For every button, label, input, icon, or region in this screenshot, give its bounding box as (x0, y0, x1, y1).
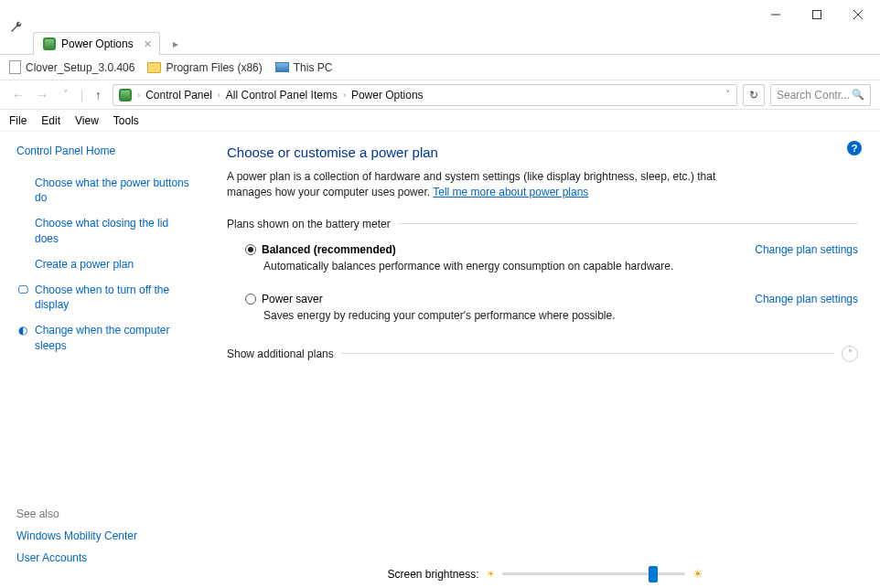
chevron-right-icon[interactable]: › (137, 91, 140, 100)
close-button[interactable] (837, 2, 878, 27)
learn-more-link[interactable]: Tell me more about power plans (433, 186, 588, 198)
power-icon (119, 89, 132, 102)
radio-balanced[interactable] (245, 244, 256, 255)
chevron-down-icon[interactable]: ˅ (725, 89, 731, 101)
new-tab-button[interactable]: ▸ (167, 34, 184, 54)
brightness-label: Screen brightness: (387, 568, 478, 581)
page-title: Choose or customise a power plan (227, 144, 858, 160)
menu-bar: File Edit View Tools (0, 110, 880, 132)
maximize-button[interactable] (796, 2, 837, 27)
search-icon: 🔍 (852, 89, 864, 101)
sun-high-icon: ☀ (692, 567, 703, 581)
forward-button[interactable]: → (33, 88, 51, 102)
sidebar: Control Panel Home Choose what the power… (0, 132, 201, 588)
tab-close-icon[interactable]: ✕ (144, 38, 152, 50)
folder-icon (147, 62, 161, 73)
sidebar-link[interactable]: ◐ Change when the computer sleeps (16, 323, 190, 352)
plan-description: Automatically balances performance with … (263, 260, 736, 273)
refresh-button[interactable]: ↻ (743, 84, 765, 106)
moon-icon: ◐ (16, 323, 29, 337)
see-also-link[interactable]: User Accounts (16, 551, 199, 564)
breadcrumb-item[interactable]: All Control Panel Items (226, 89, 338, 102)
main-panel: ? Choose or customise a power plan A pow… (201, 132, 880, 588)
plan-name: Power saver (262, 293, 323, 305)
tab-bar: Power Options ✕ ▸ (0, 29, 880, 55)
tab-label: Power Options (61, 37, 134, 50)
see-also-heading: See also (16, 508, 199, 520)
brightness-control: Screen brightness: ☀ ☀ (229, 567, 862, 581)
control-panel-home-link[interactable]: Control Panel Home (16, 144, 190, 157)
sun-low-icon: ☀ (487, 569, 495, 579)
search-placeholder: Search Contr... (777, 89, 850, 102)
menu-view[interactable]: View (75, 114, 99, 127)
recent-dropdown[interactable]: ˅ (57, 89, 75, 101)
shortcut-label: Program Files (x86) (166, 61, 262, 74)
title-bar (0, 0, 880, 29)
up-button[interactable]: ↑ (89, 88, 107, 102)
shortcut-label: This PC (294, 61, 333, 74)
additional-plans-toggle[interactable]: Show additional plans ˅ (227, 346, 858, 362)
sidebar-link[interactable]: 🖵 Choose when to turn off the display (16, 283, 190, 312)
chevron-down-icon[interactable]: ˅ (842, 346, 858, 362)
radio-power-saver[interactable] (245, 294, 256, 305)
power-plan-balanced: Balanced (recommended) Automatically bal… (227, 241, 858, 287)
change-plan-settings-link[interactable]: Change plan settings (755, 293, 858, 305)
breadcrumb[interactable]: › Control Panel › All Control Panel Item… (113, 84, 737, 106)
chevron-right-icon[interactable]: › (343, 91, 346, 100)
change-plan-settings-link[interactable]: Change plan settings (755, 243, 858, 256)
address-bar: ← → ˅ | ↑ › Control Panel › All Control … (0, 80, 880, 110)
plan-name: Balanced (recommended) (262, 243, 396, 256)
back-button[interactable]: ← (9, 88, 27, 102)
plan-description: Saves energy by reducing your computer's… (263, 309, 736, 322)
minimize-button[interactable] (755, 2, 796, 27)
help-icon[interactable]: ? (847, 141, 862, 155)
wrench-icon (5, 16, 27, 38)
plans-group-label: Plans shown on the battery meter (227, 218, 858, 230)
content-area: Control Panel Home Choose what the power… (0, 132, 880, 588)
menu-file[interactable]: File (9, 114, 27, 127)
monitor-icon: 🖵 (16, 283, 29, 297)
tab-power-options[interactable]: Power Options ✕ (33, 32, 160, 55)
chevron-right-icon[interactable]: › (218, 91, 220, 100)
shortcut-item[interactable]: This PC (275, 61, 333, 74)
file-icon (9, 60, 21, 74)
see-also-link[interactable]: Windows Mobility Center (16, 529, 199, 542)
shortcut-item[interactable]: Clover_Setup_3.0.406 (9, 60, 134, 74)
bookmarks-bar: Clover_Setup_3.0.406 Program Files (x86)… (0, 55, 880, 80)
sidebar-link[interactable]: Create a power plan (16, 257, 190, 272)
power-icon (43, 37, 56, 50)
page-description: A power plan is a collection of hardware… (227, 169, 739, 201)
menu-edit[interactable]: Edit (41, 114, 60, 127)
search-input[interactable]: Search Contr... 🔍 (770, 84, 871, 106)
monitor-icon (275, 62, 289, 72)
see-also-section: See also Windows Mobility Center User Ac… (16, 508, 199, 573)
sidebar-link[interactable]: Choose what the power buttons do (16, 176, 190, 205)
breadcrumb-item[interactable]: Power Options (351, 89, 424, 102)
brightness-slider[interactable] (502, 572, 685, 575)
svg-rect-1 (812, 11, 821, 19)
sidebar-link[interactable]: Choose what closing the lid does (16, 216, 190, 245)
menu-tools[interactable]: Tools (113, 114, 139, 127)
shortcut-item[interactable]: Program Files (x86) (147, 61, 262, 74)
shortcut-label: Clover_Setup_3.0.406 (26, 61, 134, 74)
power-plan-saver: Power saver Saves energy by reducing you… (227, 291, 858, 337)
slider-thumb[interactable] (649, 566, 658, 583)
breadcrumb-item[interactable]: Control Panel (145, 89, 212, 102)
